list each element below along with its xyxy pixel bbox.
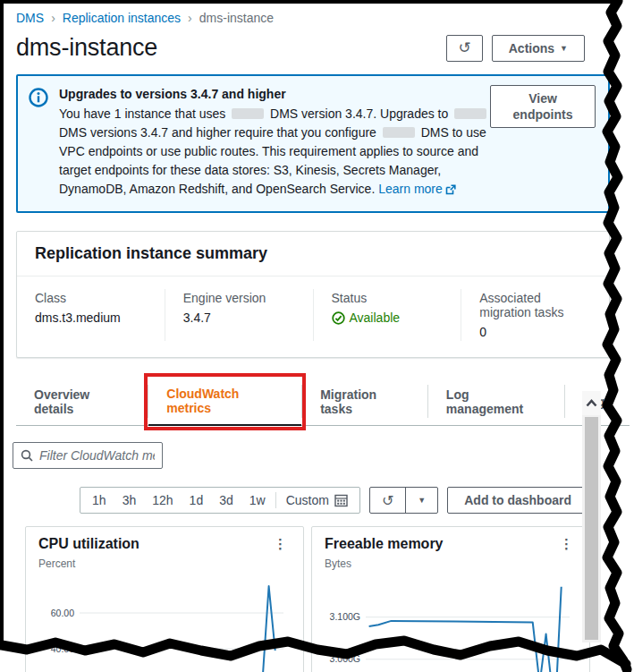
kebab-menu-icon[interactable]: ⋮ — [556, 538, 577, 550]
field-label: Class — [35, 291, 147, 305]
freeable-memory-line-chart: 2.900G3.000G3.100G19:0020:0021:00 — [325, 570, 577, 672]
chevron-up-icon — [586, 399, 597, 407]
summary-grid: Class dms.t3.medium Engine version 3.4.7… — [17, 276, 609, 357]
scroll-up-button[interactable] — [582, 391, 601, 415]
banner-body-text: You have 1 instance that uses — [59, 106, 225, 121]
time-range-12h[interactable]: 12h — [144, 489, 181, 511]
status-badge: Available — [350, 310, 401, 325]
refresh-split-button: ↺ ▼ — [369, 487, 438, 514]
filter-metrics-input[interactable] — [39, 448, 155, 463]
actions-button[interactable]: Actions ▼ — [492, 35, 585, 62]
metrics-toolbar: 1h 3h 12h 1d 3d 1w Custom — [16, 487, 588, 514]
time-range-custom[interactable]: Custom — [278, 489, 356, 511]
summary-field-class: Class dms.t3.medium — [17, 289, 165, 341]
tab-bar: Overview details CloudWatch metrics Migr… — [16, 378, 630, 426]
refresh-icon: ↺ — [382, 492, 393, 509]
time-range-1h[interactable]: 1h — [84, 489, 114, 511]
refresh-button[interactable]: ↺ — [446, 35, 482, 62]
time-range-1w[interactable]: 1w — [241, 489, 274, 511]
refresh-icon: ↺ — [458, 40, 470, 56]
search-icon — [21, 449, 33, 462]
breadcrumb-current: dms-instance — [199, 11, 274, 25]
cpu-utilization-line-chart: 20.0040.0060.0019:0020:0021:00 — [38, 570, 291, 672]
field-value: dms.t3.medium — [35, 310, 147, 325]
summary-card-title: Replication instance summary — [17, 232, 609, 276]
banner-text: Upgrades to versions 3.4.7 and higher Yo… — [59, 85, 490, 200]
breadcrumb-replication-instances[interactable]: Replication instances — [63, 11, 181, 25]
actions-button-label: Actions — [509, 40, 554, 56]
replication-instance-summary-card: Replication instance summary Class dms.t… — [16, 231, 610, 358]
field-label: Associated migration tasks — [479, 291, 591, 319]
refresh-metrics-button[interactable]: ↺ — [370, 488, 405, 513]
tab-log-management[interactable]: Log management — [428, 378, 565, 425]
upgrade-info-banner: Upgrades to versions 3.4.7 and higher Yo… — [16, 74, 610, 213]
field-label: Engine version — [183, 291, 295, 305]
tab-migration-tasks[interactable]: Migration tasks — [302, 378, 427, 425]
time-range-1d[interactable]: 1d — [182, 489, 212, 511]
time-range-group: 1h 3h 12h 1d 3d 1w Custom — [80, 487, 360, 514]
caret-down-icon: ▼ — [418, 496, 426, 505]
svg-text:40.00: 40.00 — [51, 643, 74, 654]
metrics-charts-row: CPU utilization ⋮ Percent 20.0040.0060.0… — [16, 526, 596, 672]
tab-cloudwatch-metrics[interactable]: CloudWatch metrics — [148, 378, 301, 426]
freeable-memory-chart-card: Freeable memory ⋮ Bytes 2.900G3.000G3.10… — [311, 526, 590, 672]
tab-overview-details[interactable]: Overview details — [16, 378, 148, 425]
aws-console-screen: DMS › Replication instances › dms-instan… — [0, 0, 634, 672]
page-title: dms-instance — [16, 34, 157, 62]
redacted-text — [383, 127, 415, 138]
kebab-menu-icon[interactable]: ⋮ — [270, 538, 291, 550]
redacted-text — [454, 108, 486, 119]
vertical-scrollbar[interactable] — [582, 391, 601, 642]
breadcrumb-dms[interactable]: DMS — [16, 11, 44, 25]
breadcrumb: DMS › Replication instances › dms-instan… — [16, 11, 610, 25]
external-link-icon — [445, 182, 456, 200]
learn-more-link[interactable]: Learn more — [378, 182, 443, 196]
page-header: dms-instance ↺ Actions ▼ — [16, 34, 610, 62]
time-range-3h[interactable]: 3h — [114, 489, 145, 511]
chart-title: CPU utilization — [38, 536, 139, 552]
segment-divider — [275, 492, 276, 508]
add-to-dashboard-button[interactable]: Add to dashboard — [447, 487, 588, 514]
caret-down-icon: ▼ — [560, 40, 568, 56]
chevron-right-icon: › — [188, 11, 192, 25]
scrollbar-thumb[interactable] — [585, 417, 598, 640]
chart-title: Freeable memory — [325, 536, 444, 552]
field-value: 3.4.7 — [183, 310, 295, 325]
custom-range-label: Custom — [286, 493, 329, 507]
summary-field-migration-tasks: Associated migration tasks 0 — [461, 289, 609, 341]
check-circle-icon — [332, 311, 345, 325]
view-endpoints-button[interactable]: View endpoints — [490, 85, 596, 128]
svg-text:3.000G: 3.000G — [330, 653, 360, 664]
chart-unit-label: Bytes — [325, 557, 577, 570]
banner-body-text: DMS versions 3.4.7 and higher require th… — [59, 125, 376, 140]
svg-text:60.00: 60.00 — [51, 608, 74, 618]
chart-unit-label: Percent — [38, 557, 291, 570]
cpu-utilization-chart-card: CPU utilization ⋮ Percent 20.0040.0060.0… — [25, 526, 304, 672]
redacted-text — [232, 108, 264, 119]
chevron-right-icon: › — [51, 11, 55, 25]
time-range-3d[interactable]: 3d — [211, 489, 241, 511]
svg-text:3.100G: 3.100G — [330, 611, 360, 622]
summary-field-status: Status Available — [313, 289, 461, 341]
info-icon — [29, 85, 59, 200]
banner-title: Upgrades to versions 3.4.7 and higher — [59, 85, 490, 104]
summary-field-engine-version: Engine version 3.4.7 — [165, 289, 313, 341]
field-label: Status — [332, 291, 444, 305]
calendar-icon — [334, 494, 348, 507]
filter-metrics-searchbox[interactable] — [13, 442, 163, 469]
refresh-options-dropdown[interactable]: ▼ — [406, 488, 437, 513]
field-value: 0 — [479, 325, 591, 339]
banner-body-text: DMS version 3.4.7. Upgrades to — [270, 106, 448, 121]
banner-body: You have 1 instance that uses DMS versio… — [59, 105, 490, 200]
